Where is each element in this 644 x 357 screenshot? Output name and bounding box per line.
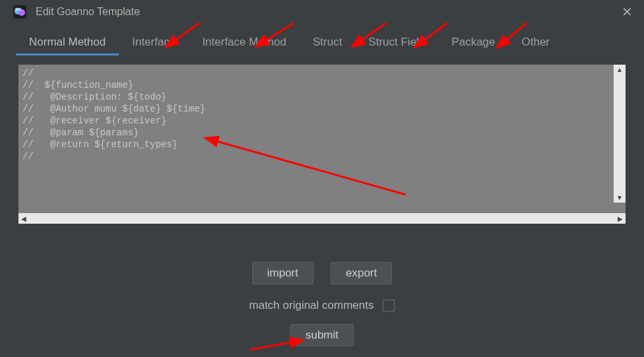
scroll-right-icon[interactable]: ▶ [618, 215, 623, 222]
tab-bar: Normal Method Interface Interface Method… [0, 24, 644, 55]
template-editor[interactable]: // // ${function_name} // @Description: … [18, 65, 626, 213]
tab-struct-field[interactable]: Struct Field [355, 30, 438, 55]
submit-button[interactable]: submit [290, 324, 354, 346]
close-icon[interactable]: ✕ [620, 4, 633, 20]
tab-struct[interactable]: Struct [300, 30, 355, 55]
match-comments-checkbox[interactable] [383, 300, 395, 311]
window-title: Edit Goanno Template [36, 6, 140, 18]
app-icon: GO [13, 5, 26, 18]
match-comments-label: match original comments [249, 299, 374, 312]
scroll-left-icon[interactable]: ◀ [21, 215, 26, 222]
horizontal-scrollbar[interactable]: ◀ ▶ [18, 213, 626, 224]
scroll-down-icon[interactable]: ▼ [616, 194, 623, 201]
export-button[interactable]: export [331, 262, 392, 284]
import-button[interactable]: import [252, 262, 313, 284]
svg-text:GO: GO [15, 7, 22, 11]
scroll-up-icon[interactable]: ▲ [616, 66, 623, 73]
tab-interface-method[interactable]: Interface Method [189, 30, 300, 55]
tab-normal-method[interactable]: Normal Method [16, 30, 119, 55]
tab-interface[interactable]: Interface [119, 30, 189, 55]
tab-other[interactable]: Other [509, 30, 564, 55]
editor-content: // // ${function_name} // @Description: … [18, 65, 626, 165]
tab-package[interactable]: Package [438, 30, 508, 55]
vertical-scrollbar[interactable]: ▲ ▼ [614, 65, 626, 203]
